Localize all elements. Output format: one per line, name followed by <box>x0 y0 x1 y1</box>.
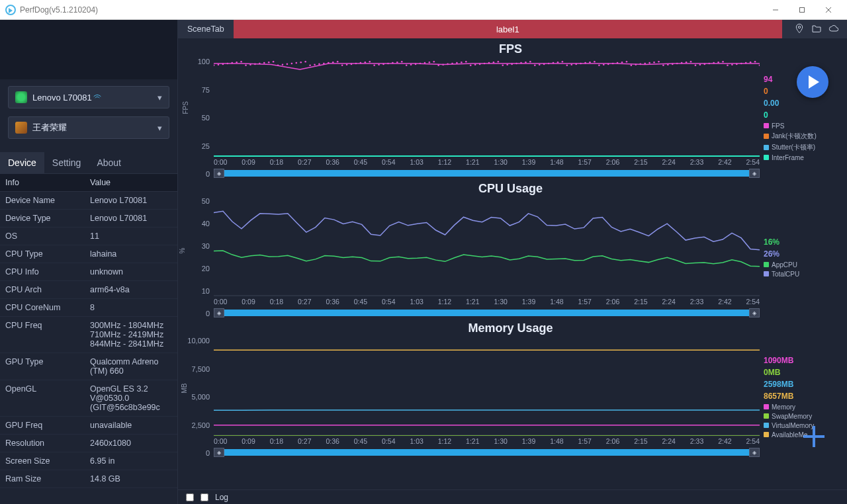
legend-item[interactable]: TotalCPU <box>764 271 839 278</box>
scrub-right-handle[interactable]: ◈ <box>749 308 760 317</box>
memory-plot-area[interactable] <box>214 337 760 436</box>
record-play-button[interactable] <box>797 66 828 98</box>
svg-rect-1 <box>800 7 805 12</box>
scene-label-bar[interactable]: label1 <box>234 20 782 38</box>
info-header-key: Info <box>0 174 85 191</box>
cpu-legend: 16%26%AppCPUTotalCPU <box>760 197 839 317</box>
svg-point-107 <box>676 63 678 65</box>
svg-point-78 <box>543 63 545 65</box>
fps-time-scrubber[interactable]: ◈ ◈ <box>214 169 760 178</box>
svg-point-41 <box>373 64 375 66</box>
legend-swatch-icon <box>764 155 769 160</box>
svg-point-121 <box>740 63 742 65</box>
fps-y-axis: 1007550250 <box>182 58 214 178</box>
svg-point-123 <box>750 62 752 63</box>
sidebar: Lenovo L70081 ▾ 王者荣耀 ▾ Device Setting Ab… <box>0 20 178 504</box>
scrub-right-handle[interactable]: ◈ <box>749 169 760 178</box>
info-row: GPU TypeQualcomm Adreno (TM) 660 <box>0 353 177 380</box>
svg-point-77 <box>539 64 541 66</box>
tab-device[interactable]: Device <box>0 152 44 173</box>
legend-swatch-icon <box>764 404 769 409</box>
device-selector-label: Lenovo L70081 <box>32 93 92 103</box>
chevron-down-icon: ▾ <box>157 123 162 133</box>
tab-setting[interactable]: Setting <box>44 152 89 173</box>
legend-item[interactable]: Stutter(卡顿率) <box>764 143 839 152</box>
info-key: OpenGL <box>0 380 85 416</box>
memory-time-scrubber[interactable]: ◈ ◈ <box>214 448 760 457</box>
svg-point-91 <box>603 64 605 66</box>
svg-point-49 <box>410 64 412 66</box>
sidebar-tabs: Device Setting About <box>0 152 177 174</box>
svg-point-39 <box>364 62 366 63</box>
svg-point-106 <box>672 63 674 65</box>
info-row: Ram Size14.8 GB <box>0 470 177 488</box>
cpu-y-axis: 50403020100 <box>182 197 214 317</box>
info-key: CPU Info <box>0 263 85 280</box>
fps-plot-area[interactable] <box>214 58 760 157</box>
info-value: unavailable <box>85 417 177 434</box>
window-minimize-button[interactable] <box>762 0 789 20</box>
cpu-plot-area[interactable] <box>214 197 760 296</box>
svg-point-109 <box>686 62 688 63</box>
legend-item[interactable]: Memory <box>764 403 839 411</box>
svg-point-96 <box>626 61 628 63</box>
svg-point-45 <box>392 62 394 64</box>
info-value: Lenovo L70081 <box>85 192 177 209</box>
device-selector[interactable]: Lenovo L70081 ▾ <box>8 86 169 108</box>
location-icon[interactable] <box>794 23 805 36</box>
scrub-left-handle[interactable]: ◈ <box>214 308 224 317</box>
svg-point-98 <box>635 64 637 66</box>
cpu-time-scrubber[interactable]: ◈ ◈ <box>214 308 760 317</box>
memory-chart: Memory Usage MB 10,0007,5005,0002,5000 0… <box>182 321 839 457</box>
device-info-table[interactable]: Info Value Device NameLenovo L70081Devic… <box>0 174 177 504</box>
svg-point-60 <box>461 62 463 63</box>
svg-point-6 <box>214 64 214 66</box>
cloud-icon[interactable] <box>828 23 839 36</box>
bottom-checkbox-1[interactable] <box>186 493 194 501</box>
svg-point-70 <box>506 64 508 66</box>
main-area: SceneTab label1 FPS FPS 1007550250 0:000 <box>178 20 847 504</box>
log-label: Log <box>215 493 228 502</box>
svg-point-80 <box>553 62 555 64</box>
svg-point-44 <box>387 63 389 65</box>
legend-item[interactable]: FPS <box>764 122 839 130</box>
app-selector[interactable]: 王者荣耀 ▾ <box>8 116 169 139</box>
info-row: OS11 <box>0 228 177 245</box>
scrub-left-handle[interactable]: ◈ <box>214 448 224 457</box>
svg-point-97 <box>631 64 633 66</box>
bottom-bar: Log <box>178 489 847 504</box>
tab-about[interactable]: About <box>89 152 129 173</box>
legend-item[interactable]: SwapMemory <box>764 413 839 420</box>
svg-point-92 <box>607 63 609 65</box>
window-maximize-button[interactable] <box>789 0 815 20</box>
scene-tab[interactable]: SceneTab <box>178 20 234 38</box>
svg-point-56 <box>442 64 444 66</box>
legend-swatch-icon <box>764 123 769 128</box>
log-checkbox[interactable] <box>201 493 208 501</box>
svg-point-71 <box>511 63 513 65</box>
svg-point-23 <box>291 63 293 65</box>
legend-item[interactable]: Jank(卡顿次数) <box>764 132 839 141</box>
svg-point-9 <box>226 63 228 65</box>
svg-point-53 <box>429 62 431 63</box>
svg-point-14 <box>249 64 251 66</box>
svg-point-7 <box>218 64 220 66</box>
svg-point-63 <box>474 64 476 66</box>
legend-item[interactable]: AppCPU <box>764 261 839 269</box>
svg-point-118 <box>727 64 729 66</box>
svg-point-87 <box>584 62 586 64</box>
legend-item[interactable]: InterFrame <box>764 154 839 161</box>
svg-point-89 <box>594 61 596 63</box>
add-chart-button[interactable] <box>801 423 827 450</box>
svg-point-35 <box>346 64 348 66</box>
svg-point-93 <box>612 63 614 65</box>
info-value: lahaina <box>85 245 177 263</box>
folder-icon[interactable] <box>811 23 822 36</box>
fps-chart: FPS FPS 1007550250 0:000:090:180:270:360… <box>182 42 839 178</box>
window-close-button[interactable] <box>815 0 842 20</box>
scrub-right-handle[interactable]: ◈ <box>749 448 760 457</box>
svg-point-112 <box>699 64 701 66</box>
scrub-left-handle[interactable]: ◈ <box>214 169 224 178</box>
svg-point-52 <box>424 62 426 64</box>
svg-point-17 <box>263 62 265 64</box>
